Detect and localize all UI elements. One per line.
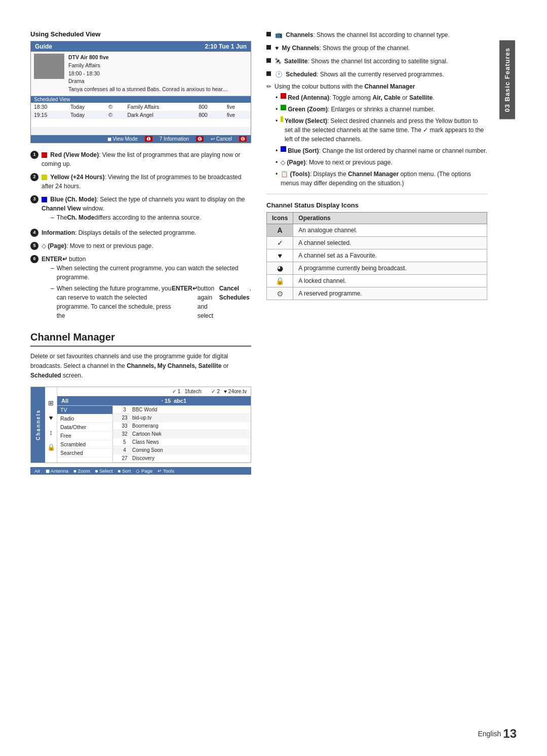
bullet-sq-icon xyxy=(266,32,271,36)
sub-blue-text: Blue (Sort): Change the list ordered by … xyxy=(288,146,487,155)
icon-selected: ✓ xyxy=(267,237,293,249)
green-box-icon xyxy=(281,105,286,110)
item-1-text: Red (View Mode): View the list of progra… xyxy=(42,150,251,169)
ch-mode-bold: Ch. Mode xyxy=(67,213,94,222)
sub-bullet-blue: Blue (Sort): Change the list ordered by … xyxy=(276,146,487,155)
chan-num: 5 xyxy=(117,439,132,445)
cm-bold-scheduled: Scheduled xyxy=(30,372,61,379)
cm-top-item-2: ✓ 2 ♥ 24ore.tv xyxy=(211,389,247,394)
op-reserved: A reserved programme. xyxy=(293,287,487,300)
guide-title: Guide xyxy=(35,43,52,50)
bullet-channels: 📺 Channels: Shows the channel list accor… xyxy=(266,30,487,39)
sched-icon: © xyxy=(105,111,124,119)
guide-program-info: DTV Air 800 five Family Affairs 18:00 - … xyxy=(68,54,228,94)
chan-num: 4 xyxy=(117,447,132,453)
right-bullet-list: 📺 Channels: Shows the channel list accor… xyxy=(266,30,487,79)
item-6-container: ENTER↵ button When selecting the current… xyxy=(42,255,251,322)
cm-footer-select: ■ Select xyxy=(95,468,113,474)
sub-bullet-list: Red (Antenna): Toggle among Air, Cable o… xyxy=(276,93,487,188)
scheduled-view-label: Scheduled View xyxy=(31,96,251,103)
icon-analogue: A xyxy=(267,224,293,237)
guide-header: Guide 2:10 Tue 1 Jun xyxy=(31,41,251,52)
sched-time: 19:15 xyxy=(31,111,67,119)
badge-6: 6 xyxy=(30,255,38,263)
table-row: A An analogue channel. xyxy=(267,224,487,237)
bullet-mychannels: ♥ My Channels: Shows the group of the ch… xyxy=(266,44,487,53)
side-tab: 03 Basic Features xyxy=(497,30,517,726)
channel-manager-bold2: Channel Manager xyxy=(348,171,399,178)
channel-manager-title: Channel Manager xyxy=(30,331,251,347)
op-analogue: An analogue channel. xyxy=(293,224,487,237)
status-display-table: Icons Operations A An analogue channel. … xyxy=(266,212,487,300)
cm-body: TV Radio Data/Other Free Scrambled Searc… xyxy=(57,406,251,463)
channels-bold: Channels xyxy=(286,31,313,38)
table-row: ◕ A programme currently being broadcast. xyxy=(267,262,487,275)
numbered-list: 1 Red (View Mode): View the list of prog… xyxy=(30,150,251,322)
icon-favourite: ♥ xyxy=(267,249,293,262)
table-row: 33 Boomerang xyxy=(113,422,251,430)
chan-name: Boomerang xyxy=(132,423,247,429)
yellow-square-icon xyxy=(42,175,47,180)
red-square-icon xyxy=(42,152,47,158)
table-row: ⊙ A reserved programme. xyxy=(267,287,487,300)
blue-square-icon xyxy=(42,197,47,202)
cm-channel-header: All · 15 abc1 xyxy=(57,396,251,406)
sched-time: 18:30 xyxy=(31,103,67,111)
badge-4: 4 xyxy=(30,229,38,237)
side-tab-label: 03 Basic Features xyxy=(499,40,515,119)
guide-box: Guide 2:10 Tue 1 Jun DTV Air 800 five Fa… xyxy=(30,41,251,143)
sched-num: 800 xyxy=(196,111,224,119)
sub-bullet-yellow: Yellow (Select): Select desired channels… xyxy=(276,116,487,144)
item-6-dash-1: When selecting the current programme, yo… xyxy=(51,264,251,282)
footer-badge-4: ❹ xyxy=(196,136,204,142)
bullet-channels-text: 📺 Channels: Shows the channel list accor… xyxy=(275,30,450,39)
divider xyxy=(266,194,487,194)
enter-bold: ENTER↵ xyxy=(172,284,198,293)
cm-list-item-tv[interactable]: TV xyxy=(57,406,112,414)
item-3-container: Blue (Ch. Mode): Select the type of chan… xyxy=(42,195,251,224)
satellite-bold: Satellite xyxy=(284,58,307,65)
operations-header: Operations xyxy=(293,213,487,224)
chan-name: Class News xyxy=(132,439,247,445)
guide-info-row: DTV Air 800 five Family Affairs 18:00 - … xyxy=(31,52,251,96)
sub-bullet-red: Red (Antenna): Toggle among Air, Cable o… xyxy=(276,93,487,102)
cm-main-area: ✓ 1 1futech ✓ 2 ♥ 24ore.tv All · 15 abc1 xyxy=(57,387,251,463)
chan-name: Coming Soon xyxy=(132,447,247,453)
footer-cancel: ↩ Cancel xyxy=(211,136,232,142)
table-row: 5 Class News xyxy=(113,438,251,446)
program-name: Family Affairs xyxy=(68,62,228,70)
channel-manager-bold: Channel Manager xyxy=(364,83,415,90)
channel-manager-box: Channels ⊞ ♥ ↕ 🔒 ✓ 1 1futech ✓ 2 ♥ 2 xyxy=(30,387,251,463)
cm-list-item-data[interactable]: Data/Other xyxy=(57,423,112,432)
item-5-bold: (Page) xyxy=(48,242,66,249)
chan-num: 32 xyxy=(117,431,132,437)
main-content: Using Scheduled View Guide 2:10 Tue 1 Ju… xyxy=(30,30,497,726)
guide-date: 2:10 Tue 1 Jun xyxy=(205,43,247,50)
chan-name: bid-up.tv xyxy=(132,415,247,421)
red-box-icon xyxy=(281,93,286,99)
cm-footer-antenna: ◼ Antenna xyxy=(46,468,69,474)
cm-list-item-radio[interactable]: Radio xyxy=(57,414,112,423)
page-footer: English 13 xyxy=(478,727,517,741)
sub-page-text: ◇ (Page): Move to next or previous page. xyxy=(281,158,392,167)
item-6-bold: ENTER↵ xyxy=(42,256,67,263)
icon-locked: 🔒 xyxy=(267,275,293,287)
chan-name: Cartoon Nwk xyxy=(132,431,247,437)
cm-footer-tools: ↵ Tools xyxy=(158,468,174,474)
footer-english: English xyxy=(478,730,501,738)
scheduled-bold: Scheduled xyxy=(286,71,317,78)
tools-label: (Tools) xyxy=(290,171,310,178)
bullet-scheduled-text: 🕐 Scheduled: Shows all the currently res… xyxy=(275,70,444,79)
mychannels-bold: My Channels xyxy=(282,45,319,52)
op-locked: A locked channel. xyxy=(293,275,487,287)
program-time: 18:00 - 18:30 xyxy=(68,70,228,78)
table-row: 32 Cartoon Nwk xyxy=(113,430,251,438)
cm-footer-sort: ■ Sort xyxy=(118,468,131,474)
cm-list-item-free[interactable]: Free xyxy=(57,432,112,440)
cm-list-item-scrambled[interactable]: Scrambled xyxy=(57,440,112,449)
table-row: 27 Discovery xyxy=(113,454,251,463)
badge-5: 5 xyxy=(30,242,38,250)
list-item-3: 3 Blue (Ch. Mode): Select the type of ch… xyxy=(30,195,251,224)
cm-list-item-searched[interactable]: Searched xyxy=(57,449,112,457)
cm-icon-column: ⊞ ♥ ↕ 🔒 xyxy=(45,387,57,463)
